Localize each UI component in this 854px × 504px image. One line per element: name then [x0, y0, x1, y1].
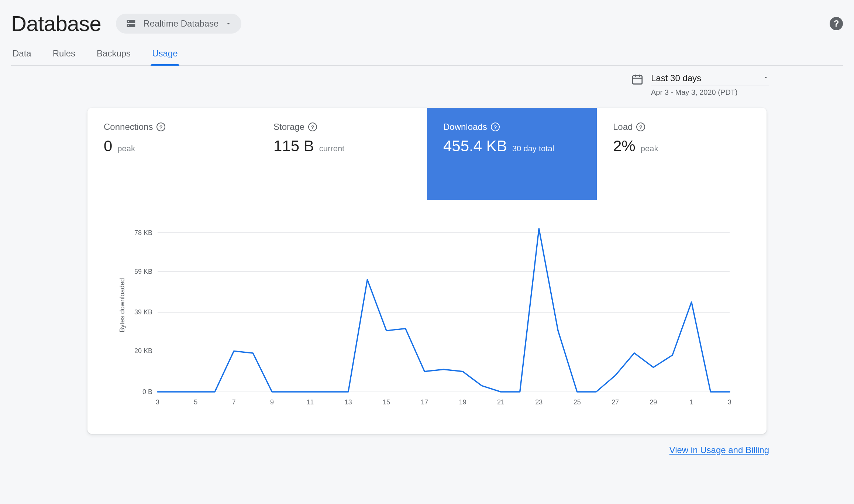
- database-icon: [125, 18, 137, 29]
- calendar-icon: [631, 73, 644, 86]
- svg-text:20 KB: 20 KB: [134, 347, 152, 355]
- svg-text:5: 5: [194, 398, 197, 406]
- date-range-sublabel: Apr 3 - May 3, 2020 (PDT): [651, 86, 769, 97]
- date-range-picker[interactable]: Last 30 days Apr 3 - May 3, 2020 (PDT): [651, 73, 769, 97]
- svg-text:7: 7: [232, 398, 236, 406]
- downloads-chart: 0 B20 KB39 KB59 KB78 KB35791113151719212…: [87, 200, 767, 434]
- tab-data[interactable]: Data: [11, 43, 33, 65]
- chevron-down-icon: [762, 74, 769, 82]
- metric-storage[interactable]: Storage ? 115 B current: [257, 108, 427, 200]
- svg-text:3: 3: [156, 398, 159, 406]
- svg-text:1: 1: [690, 398, 693, 406]
- svg-text:25: 25: [574, 398, 581, 406]
- svg-text:23: 23: [535, 398, 543, 406]
- tabs-bar: Data Rules Backups Usage: [11, 43, 843, 66]
- svg-text:Bytes downloaded: Bytes downloaded: [118, 278, 126, 332]
- svg-text:13: 13: [345, 398, 352, 406]
- metric-load[interactable]: Load ? 2% peak: [597, 108, 767, 200]
- metric-title-label: Storage: [273, 122, 304, 132]
- metric-downloads[interactable]: Downloads ? 455.4 KB 30 day total: [427, 108, 597, 200]
- svg-text:0 B: 0 B: [142, 388, 152, 396]
- database-selector-dropdown[interactable]: Realtime Database: [116, 14, 241, 34]
- help-icon[interactable]: ?: [830, 17, 843, 30]
- metric-sublabel: peak: [641, 144, 658, 153]
- svg-text:15: 15: [383, 398, 390, 406]
- svg-text:11: 11: [306, 398, 314, 406]
- metric-value: 455.4 KB: [443, 137, 507, 155]
- metric-sublabel: 30 day total: [512, 144, 554, 153]
- page-title: Database: [11, 11, 101, 36]
- tab-usage[interactable]: Usage: [151, 43, 179, 65]
- metric-title-label: Connections: [104, 122, 153, 132]
- help-circle-icon[interactable]: ?: [491, 122, 500, 131]
- svg-text:39 KB: 39 KB: [134, 308, 152, 316]
- view-usage-billing-link[interactable]: View in Usage and Billing: [669, 445, 769, 455]
- metric-title-label: Load: [613, 122, 633, 132]
- svg-rect-4: [633, 76, 642, 84]
- help-circle-icon[interactable]: ?: [156, 122, 165, 131]
- date-range-label: Last 30 days: [651, 73, 701, 83]
- metric-value: 0: [104, 137, 112, 155]
- help-circle-icon[interactable]: ?: [308, 122, 317, 131]
- metric-value: 115 B: [273, 137, 314, 155]
- chevron-down-icon: [225, 20, 232, 27]
- svg-text:27: 27: [612, 398, 619, 406]
- svg-text:9: 9: [270, 398, 274, 406]
- svg-point-3: [128, 25, 129, 26]
- help-circle-icon[interactable]: ?: [636, 122, 645, 131]
- tab-rules[interactable]: Rules: [51, 43, 77, 65]
- metric-connections[interactable]: Connections ? 0 peak: [87, 108, 257, 200]
- svg-text:78 KB: 78 KB: [134, 229, 152, 237]
- metric-sublabel: peak: [117, 144, 135, 153]
- usage-card: Connections ? 0 peak Storage ? 115 B cur…: [87, 108, 767, 434]
- svg-text:19: 19: [459, 398, 466, 406]
- svg-text:17: 17: [421, 398, 428, 406]
- svg-point-2: [128, 21, 129, 22]
- svg-text:21: 21: [497, 398, 505, 406]
- metric-title-label: Downloads: [443, 122, 487, 132]
- tab-backups[interactable]: Backups: [95, 43, 132, 65]
- svg-text:3: 3: [728, 398, 731, 406]
- metric-value: 2%: [613, 137, 636, 155]
- svg-text:29: 29: [650, 398, 657, 406]
- metric-sublabel: current: [319, 144, 344, 153]
- database-selector-label: Realtime Database: [143, 18, 218, 29]
- svg-text:59 KB: 59 KB: [134, 268, 152, 275]
- metrics-row: Connections ? 0 peak Storage ? 115 B cur…: [87, 108, 767, 200]
